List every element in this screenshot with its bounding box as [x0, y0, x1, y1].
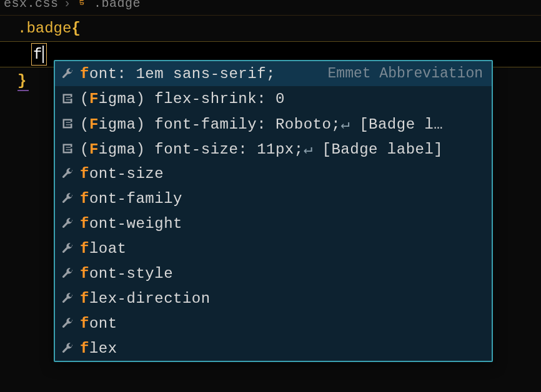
snippet-icon — [60, 142, 75, 155]
open-brace: { — [71, 20, 80, 37]
breadcrumb-symbol[interactable]: .badge — [94, 0, 141, 11]
suggestion-item[interactable]: font-style — [55, 261, 492, 286]
close-brace: } — [17, 72, 26, 89]
snippet-icon — [60, 92, 75, 105]
breadcrumb-file[interactable]: esx.css — [4, 0, 59, 11]
suggestion-label: font-weight — [80, 215, 182, 232]
suggestion-item[interactable]: (Figma) flex-shrink: 0 — [55, 86, 492, 111]
suggestion-item[interactable]: font: 1em sans-serif;Emmet Abbreviation — [55, 61, 492, 86]
suggestion-label: flex-direction — [80, 290, 211, 307]
suggestion-item[interactable]: float — [55, 236, 492, 261]
breadcrumb[interactable]: esx.css › .badge — [0, 0, 141, 11]
suggestion-item[interactable]: (Figma) font-family: Roboto;↵ [Badge l… — [55, 111, 492, 136]
suggestion-label: font-style — [80, 265, 173, 282]
wrench-icon — [60, 167, 75, 180]
css-selector: .badge — [17, 20, 71, 37]
suggestion-hint: Emmet Abbreviation — [328, 66, 483, 82]
wrench-icon — [60, 192, 75, 205]
snippet-icon — [60, 117, 75, 130]
suggestion-item[interactable]: (Figma) font-size: 11px;↵ [Badge label] — [55, 136, 492, 161]
suggestion-label: float — [80, 240, 127, 257]
breadcrumb-separator: › — [64, 0, 72, 11]
suggestion-item[interactable]: font — [55, 311, 492, 336]
autocomplete-popup[interactable]: font: 1em sans-serif;Emmet Abbreviation(… — [54, 60, 493, 362]
wrench-icon — [60, 67, 75, 80]
suggestion-item[interactable]: flex-direction — [55, 286, 492, 311]
wrench-icon — [60, 342, 75, 355]
suggestion-item[interactable]: font-family — [55, 186, 492, 211]
suggestion-label: (Figma) font-family: Roboto;↵ [Badge l… — [80, 115, 443, 133]
wrench-icon — [60, 267, 75, 280]
typed-token[interactable]: f — [31, 43, 47, 66]
wrench-icon — [60, 217, 75, 230]
wrench-icon — [60, 292, 75, 305]
suggestion-label: (Figma) flex-shrink: 0 — [80, 91, 285, 107]
css-rule-icon — [76, 0, 87, 9]
suggestion-label: font: 1em sans-serif; — [80, 66, 275, 82]
wrench-icon — [60, 317, 75, 330]
suggestion-item[interactable]: font-weight — [55, 211, 492, 236]
text-cursor — [42, 46, 44, 63]
suggestion-label: flex — [80, 340, 117, 357]
suggestion-label: (Figma) font-size: 11px;↵ [Badge label] — [80, 140, 443, 158]
suggestion-label: font-family — [80, 190, 182, 207]
typed-text: f — [33, 46, 42, 63]
wrench-icon — [60, 242, 75, 255]
suggestion-label: font — [80, 315, 117, 332]
suggestion-item[interactable]: font-size — [55, 161, 492, 186]
lint-underline — [17, 90, 29, 91]
suggestion-label: font-size — [80, 165, 164, 182]
code-line[interactable]: .badge{ — [0, 15, 541, 41]
suggestion-item[interactable]: flex — [55, 336, 492, 361]
